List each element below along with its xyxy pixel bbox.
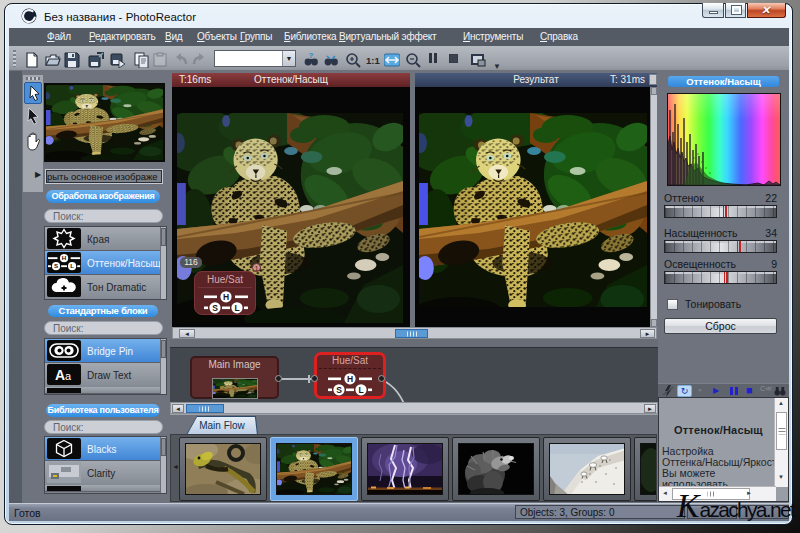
svg-text:a: a — [65, 370, 72, 382]
svg-text:?: ? — [309, 52, 314, 60]
svg-text:A: A — [55, 367, 65, 383]
